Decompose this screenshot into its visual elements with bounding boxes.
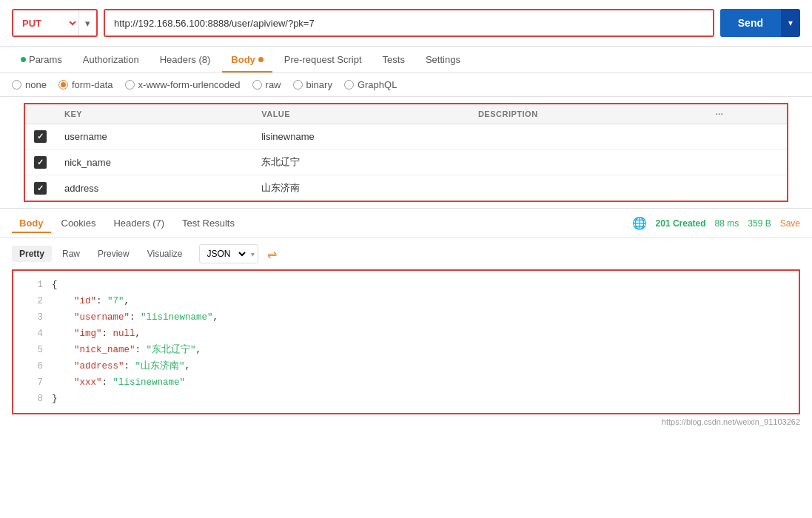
th-checkbox <box>24 104 56 124</box>
json-line-8: 8 } <box>13 391 799 407</box>
json-brace-open: { <box>52 278 58 292</box>
radio-urlencoded[interactable]: x-www-form-urlencoded <box>125 79 241 90</box>
format-bar: Pretty Raw Preview Visualize JSON XML HT… <box>0 238 812 269</box>
send-dropdown-button[interactable]: ▾ <box>781 9 800 37</box>
url-input-wrap <box>104 9 714 37</box>
body-type-bar: none form-data x-www-form-urlencoded raw… <box>0 73 812 97</box>
value-username[interactable]: lisinewname <box>252 124 469 149</box>
radio-urlencoded-label: x-www-form-urlencoded <box>138 79 241 90</box>
format-visualize-button[interactable]: Visualize <box>140 246 190 262</box>
method-caret[interactable]: ▾ <box>78 10 96 36</box>
radio-raw-circle <box>252 80 262 90</box>
response-status: 201 Created <box>656 218 706 229</box>
radio-form-data[interactable]: form-data <box>58 79 113 90</box>
word-wrap-icon[interactable]: ⇌ <box>267 247 277 261</box>
json-line-1: 1 { <box>13 277 799 293</box>
table-row: ✓ address 山东济南 <box>24 175 788 202</box>
form-params-table: KEY VALUE DESCRIPTION ··· ✓ username lis… <box>24 103 788 202</box>
desc-username[interactable] <box>469 124 707 149</box>
table-row: ✓ username lisinewname <box>24 124 788 149</box>
checkbox-nick-name[interactable]: ✓ <box>34 156 47 169</box>
method-select[interactable]: PUT GET POST DELETE PATCH <box>13 10 78 36</box>
response-size: 359 B <box>748 218 771 229</box>
radio-binary-circle <box>293 80 303 90</box>
tab-headers[interactable]: Headers (8) <box>151 47 220 73</box>
top-bar: PUT GET POST DELETE PATCH ▾ Send ▾ <box>0 0 812 47</box>
tab-body-label: Body <box>231 54 255 65</box>
send-button-group: Send ▾ <box>720 9 800 37</box>
radio-raw[interactable]: raw <box>252 79 281 90</box>
format-raw-button[interactable]: Raw <box>55 246 87 262</box>
checkbox-address[interactable]: ✓ <box>34 182 47 195</box>
desc-nick-name[interactable] <box>469 149 707 175</box>
tab-settings-label: Settings <box>426 54 460 65</box>
radio-graphql-label: GraphQL <box>358 79 397 90</box>
body-dot <box>258 57 264 62</box>
tab-pre-request[interactable]: Pre-request Script <box>275 47 371 73</box>
radio-form-data-label: form-data <box>72 79 113 90</box>
th-key: KEY <box>56 104 252 124</box>
resp-tab-test-results[interactable]: Test Results <box>175 213 242 233</box>
params-dot <box>21 57 26 62</box>
tab-tests[interactable]: Tests <box>374 47 414 73</box>
form-table-wrap: KEY VALUE DESCRIPTION ··· ✓ username lis… <box>0 97 812 209</box>
line-num-7: 7 <box>22 375 43 390</box>
value-address[interactable]: 山东济南 <box>252 175 469 202</box>
line-num-5: 5 <box>22 343 43 357</box>
tab-body[interactable]: Body <box>222 47 272 73</box>
key-address[interactable]: address <box>56 175 252 202</box>
checkbox-username[interactable]: ✓ <box>34 130 47 143</box>
resp-tab-body[interactable]: Body <box>12 213 51 233</box>
table-row: ✓ nick_name 东北辽宁 <box>24 149 788 175</box>
tab-authorization-label: Authorization <box>83 54 139 65</box>
tab-tests-label: Tests <box>383 54 405 65</box>
radio-graphql[interactable]: GraphQL <box>344 79 397 90</box>
json-line-6: 6 "address": "山东济南", <box>13 358 799 374</box>
resp-tab-cookies[interactable]: Cookies <box>54 213 104 233</box>
line-num-8: 8 <box>22 391 43 406</box>
save-response-button[interactable]: Save <box>780 218 800 229</box>
format-type-select[interactable]: JSON XML HTML Text <box>200 248 248 260</box>
request-tabs-bar: Params Authorization Headers (8) Body Pr… <box>0 47 812 73</box>
key-nick-name[interactable]: nick_name <box>56 149 252 175</box>
radio-none-label: none <box>25 79 47 90</box>
tab-params-label: Params <box>29 54 62 65</box>
tab-authorization[interactable]: Authorization <box>74 47 148 73</box>
format-select-caret: ▾ <box>248 250 258 258</box>
desc-address[interactable] <box>469 175 707 202</box>
send-button[interactable]: Send <box>720 9 781 37</box>
method-dropdown[interactable]: PUT GET POST DELETE PATCH ▾ <box>12 9 98 37</box>
line-num-3: 3 <box>22 310 43 325</box>
response-meta: 🌐 201 Created 88 ms 359 B Save <box>632 216 800 230</box>
value-nick-name[interactable]: 东北辽宁 <box>252 149 469 175</box>
response-time: 88 ms <box>715 218 739 229</box>
json-response-body: 1 { 2 "id": "7", 3 "username": "lisinewn… <box>12 269 800 414</box>
line-num-6: 6 <box>22 359 43 374</box>
response-tabs-bar: Body Cookies Headers (7) Test Results 🌐 … <box>0 209 812 238</box>
line-num-1: 1 <box>22 278 43 292</box>
watermark: https://blog.csdn.net/weixin_91103262 <box>0 414 812 429</box>
radio-binary[interactable]: binary <box>293 79 332 90</box>
url-input[interactable] <box>105 10 713 36</box>
tab-headers-label: Headers (8) <box>160 54 211 65</box>
line-num-4: 4 <box>22 326 43 341</box>
format-pretty-button[interactable]: Pretty <box>12 246 52 262</box>
radio-none[interactable]: none <box>12 79 47 90</box>
th-more[interactable]: ··· <box>707 104 788 124</box>
key-username[interactable]: username <box>56 124 252 149</box>
radio-none-circle <box>12 80 21 90</box>
response-tabs-left: Body Cookies Headers (7) Test Results <box>12 213 242 233</box>
format-type-select-wrap: JSON XML HTML Text ▾ <box>199 244 258 263</box>
format-preview-button[interactable]: Preview <box>90 246 137 262</box>
radio-binary-label: binary <box>306 79 332 90</box>
globe-icon: 🌐 <box>632 216 647 230</box>
tab-settings[interactable]: Settings <box>417 47 469 73</box>
json-line-7: 7 "xxx": "lisinewname" <box>13 374 799 391</box>
resp-tab-headers[interactable]: Headers (7) <box>106 213 172 233</box>
json-line-5: 5 "nick_name": "东北辽宁", <box>13 342 799 358</box>
radio-raw-label: raw <box>266 79 281 90</box>
tab-params[interactable]: Params <box>12 47 71 73</box>
th-value: VALUE <box>252 104 469 124</box>
radio-urlencoded-circle <box>125 80 135 90</box>
json-line-3: 3 "username": "lisinewname", <box>13 309 799 326</box>
